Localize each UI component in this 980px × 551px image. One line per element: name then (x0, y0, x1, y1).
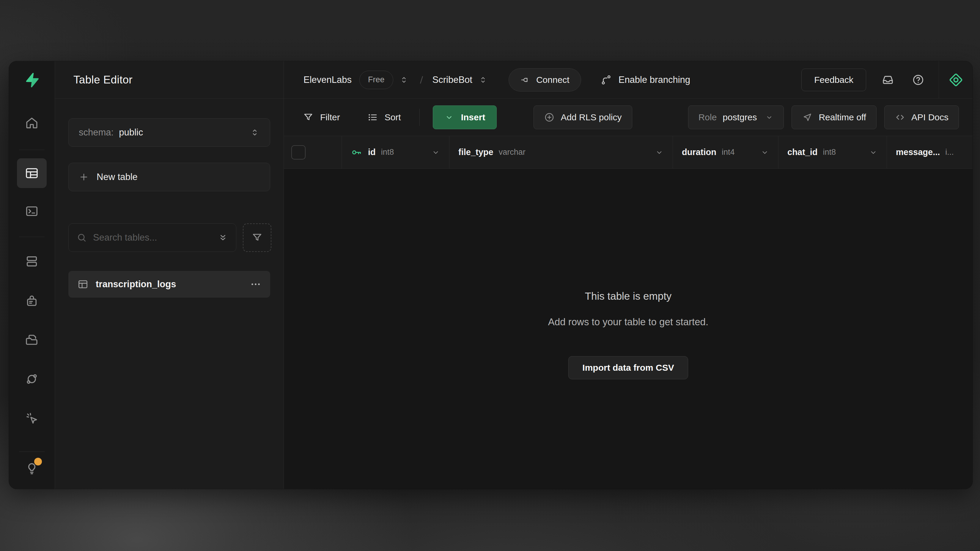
empty-state: This table is empty Add rows to your tab… (548, 290, 708, 380)
advisor-notification-dot (34, 458, 42, 465)
help-button[interactable] (910, 71, 927, 89)
inbox-icon (881, 74, 894, 86)
column-type: varchar (499, 148, 525, 157)
role-value: postgres (722, 112, 757, 122)
supabase-logo[interactable] (9, 61, 55, 98)
main-content: ElevenLabs Free ScribeBot Connect (284, 61, 972, 489)
code-brackets-icon (895, 112, 905, 123)
funnel-icon (251, 232, 263, 243)
nav-database[interactable] (18, 247, 46, 276)
role-label: Role (698, 112, 717, 122)
chevron-down-icon (444, 113, 454, 122)
sort-label: Sort (385, 112, 401, 122)
chevrons-up-down-icon (250, 127, 260, 138)
chevrons-up-down-icon (478, 75, 488, 85)
plus-icon (79, 172, 89, 182)
help-circle-icon (912, 74, 924, 86)
chevron-down-icon[interactable] (760, 148, 769, 157)
nav-home[interactable] (18, 109, 46, 137)
column-name: file_type (458, 147, 493, 157)
new-table-button[interactable]: New table (68, 163, 270, 191)
sort-button[interactable]: Sort (362, 112, 406, 123)
column-header-id[interactable]: id int8 (342, 136, 449, 168)
add-rls-policy-button[interactable]: Add RLS policy (533, 105, 632, 129)
plus-circle-icon (544, 112, 555, 123)
insert-button[interactable]: Insert (433, 105, 497, 129)
role-select[interactable]: Role postgres (688, 105, 784, 129)
nav-advisors[interactable] (18, 454, 46, 482)
ai-assistant-panel-toggle[interactable] (939, 61, 972, 98)
project-topbar: ElevenLabs Free ScribeBot Connect (284, 61, 972, 98)
chevron-down-icon[interactable] (431, 148, 440, 157)
filter-label: Filter (320, 112, 340, 122)
nav-realtime[interactable] (18, 404, 46, 432)
select-all-checkbox[interactable] (291, 145, 305, 159)
filter-tables-button[interactable] (243, 223, 271, 252)
grid-toolbar: Filter Sort Insert Add RLS (284, 98, 972, 136)
sidebar-body: schema: public New table (55, 98, 283, 298)
supabase-bolt-icon (24, 72, 40, 88)
rail-divider (19, 451, 45, 452)
nav-sql-editor[interactable] (18, 197, 46, 225)
enable-branching-button[interactable]: Enable branching (601, 74, 690, 86)
nav-table-editor[interactable] (17, 158, 47, 188)
search-tables-field[interactable] (68, 223, 236, 252)
chevron-down-icon[interactable] (869, 148, 878, 157)
api-docs-button[interactable]: API Docs (884, 105, 959, 129)
toolbar-divider (419, 109, 420, 126)
chevron-down-icon[interactable] (655, 148, 664, 157)
column-type: int4 (722, 148, 735, 157)
insert-label: Insert (461, 112, 485, 122)
column-header-file-type[interactable]: file_type varchar (449, 136, 673, 168)
table-list: transcription_logs (68, 271, 270, 298)
feedback-button[interactable]: Feedback (801, 68, 866, 91)
breadcrumb-org[interactable]: ElevenLabs (304, 75, 352, 85)
connect-button[interactable]: Connect (509, 68, 581, 92)
project-switcher-button[interactable] (476, 73, 490, 86)
column-header-chat-id[interactable]: chat_id int8 (778, 136, 887, 168)
table-icon (77, 279, 89, 290)
enable-branching-label: Enable branching (619, 75, 690, 85)
more-options-icon[interactable] (250, 279, 261, 290)
sort-list-icon (368, 112, 378, 123)
table-list-item-transcription-logs[interactable]: transcription_logs (68, 271, 270, 298)
column-name: duration (682, 147, 716, 157)
column-header-message[interactable]: message... i... (887, 136, 972, 168)
empty-state-subtitle: Add rows to your table to get started. (548, 316, 708, 328)
column-header-duration[interactable]: duration int4 (673, 136, 778, 168)
new-table-label: New table (97, 171, 138, 183)
column-name: chat_id (788, 147, 818, 157)
chevron-down-icon (765, 113, 773, 121)
primary-key-icon (351, 146, 363, 158)
nav-storage[interactable] (18, 326, 46, 354)
schema-select-value: public (119, 127, 244, 138)
grid-column-headers: id int8 file_type varchar duration int4 (284, 136, 972, 169)
topbar-right: Feedback (801, 68, 939, 91)
database-icon (25, 254, 39, 268)
realtime-toggle-button[interactable]: Realtime off (792, 105, 877, 129)
page-title: Table Editor (73, 74, 132, 86)
table-editor-icon (25, 166, 39, 180)
funnel-icon (303, 112, 313, 123)
slash-divider-icon (417, 75, 426, 85)
grid-canvas: This table is empty Add rows to your tab… (284, 169, 972, 489)
connect-label: Connect (536, 75, 570, 85)
realtime-label: Realtime off (819, 112, 866, 122)
chevrons-up-down-icon (399, 75, 409, 85)
nav-integrations[interactable] (18, 365, 46, 393)
search-tables-input[interactable] (93, 232, 212, 243)
filter-button[interactable]: Filter (298, 112, 345, 123)
column-type: i... (945, 148, 954, 157)
chevrons-double-down-icon[interactable] (218, 232, 228, 243)
org-switcher-button[interactable] (398, 73, 410, 86)
nav-auth[interactable] (18, 286, 46, 315)
empty-state-title: This table is empty (585, 290, 672, 302)
lock-icon (25, 294, 39, 307)
schema-select[interactable]: schema: public (68, 118, 270, 147)
sidebar-header: Table Editor (55, 61, 283, 98)
column-name: message... (896, 147, 940, 157)
breadcrumb-project[interactable]: ScribeBot (433, 75, 473, 85)
import-csv-button[interactable]: Import data from CSV (568, 356, 688, 380)
storage-folder-icon (25, 333, 39, 347)
notifications-inbox-button[interactable] (879, 71, 896, 89)
